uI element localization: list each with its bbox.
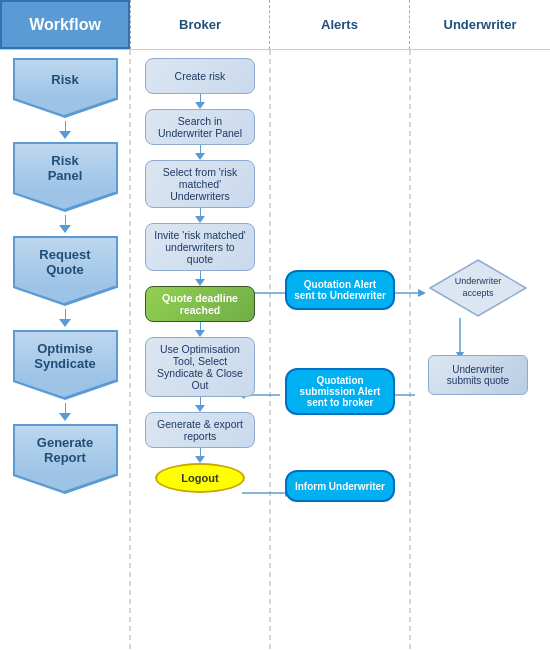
uw-accepts: Underwriter accepts (428, 258, 528, 318)
svg-text:accepts: accepts (462, 288, 494, 298)
workflow-step-risk-panel: Risk Panel (13, 142, 118, 212)
broker-select-risk-matched: Select from 'risk matched' Underwriters (145, 160, 255, 208)
broker-generate-export: Generate & export reports (145, 412, 255, 448)
alert-inform-underwriter: Inform Underwriter (285, 470, 395, 502)
header-row: Workflow Broker Alerts Underwriter (0, 0, 550, 50)
uw-submits: Underwriter submits quote (428, 355, 528, 395)
alert-quotation: Quotation Alert sent to Underwriter (285, 270, 395, 310)
header-workflow: Workflow (0, 0, 130, 49)
broker-use-optimisation: Use Optimisation Tool, Select Syndicate … (145, 337, 255, 397)
wf-connector-1 (59, 121, 71, 139)
alert-quotation-submission: Quotation submission Alert sent to broke… (285, 368, 395, 415)
header-underwriter: Underwriter (410, 0, 550, 49)
broker-quote-deadline: Quote deadline reached (145, 286, 255, 322)
header-alerts: Alerts (270, 0, 410, 49)
broker-column: Create risk Search in Underwriter Panel … (130, 50, 270, 493)
workflow-step-optimise-syndicate: Optimise Syndicate (13, 330, 118, 400)
broker-invite-risk-matched: Invite 'risk matched' underwriters to qu… (145, 223, 255, 271)
broker-create-risk: Create risk (145, 58, 255, 94)
broker-logout: Logout (155, 463, 245, 493)
svg-text:Underwriter: Underwriter (455, 276, 502, 286)
workflow-column: Risk Risk Panel (0, 50, 130, 494)
broker-search-underwriter: Search in Underwriter Panel (145, 109, 255, 145)
svg-marker-6 (418, 289, 426, 297)
diagram: Workflow Broker Alerts Underwriter (0, 0, 550, 650)
workflow-step-risk: Risk (13, 58, 118, 118)
wf-connector-3 (59, 309, 71, 327)
wf-connector-4 (59, 403, 71, 421)
wf-connector-2 (59, 215, 71, 233)
workflow-step-generate-report: Generate Report (13, 424, 118, 494)
workflow-step-request-quote: Request Quote (13, 236, 118, 306)
header-broker: Broker (130, 0, 270, 49)
